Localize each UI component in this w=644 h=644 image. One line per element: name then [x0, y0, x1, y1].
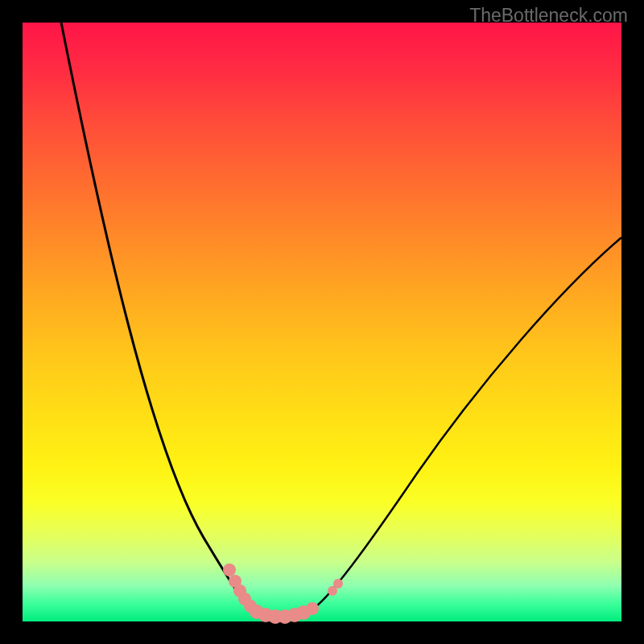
left-curve	[61, 23, 288, 617]
right-curve	[288, 237, 621, 617]
watermark-text: TheBottleneck.com	[469, 5, 628, 27]
curve-svg	[23, 23, 621, 621]
data-marker	[333, 579, 343, 588]
chart-plot-area	[23, 23, 621, 621]
data-marker	[306, 602, 319, 615]
